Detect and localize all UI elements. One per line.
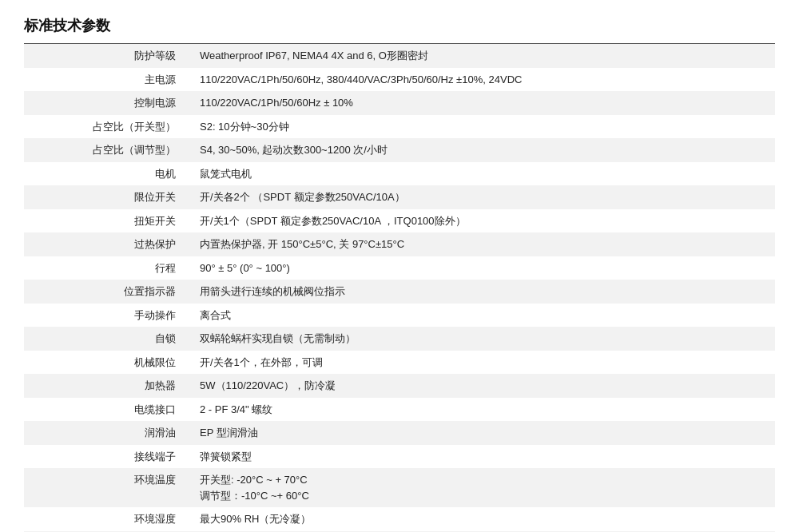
row-value: 开关型: -20°C ~ + 70°C调节型：-10°C ~+ 60°C <box>184 468 775 507</box>
row-value: 110/220VAC/1Ph/50/60Hz, 380/440/VAC/3Ph/… <box>184 68 775 92</box>
table-row: 行程90° ± 5° (0° ~ 100°) <box>24 256 775 280</box>
row-value: 5W（110/220VAC），防冷凝 <box>184 374 775 398</box>
table-row: 机械限位开/关各1个，在外部，可调 <box>24 351 775 375</box>
row-value: 离合式 <box>184 304 775 328</box>
row-value: S2: 10分钟~30分钟 <box>184 115 775 139</box>
row-label: 润滑油 <box>24 421 184 445</box>
row-label: 手动操作 <box>24 304 184 328</box>
table-row: 过热保护内置热保护器, 开 150°C±5°C, 关 97°C±15°C <box>24 232 775 256</box>
row-value: 内置热保护器, 开 150°C±5°C, 关 97°C±15°C <box>184 232 775 256</box>
row-label: 位置指示器 <box>24 280 184 304</box>
row-label: 接线端子 <box>24 445 184 469</box>
row-value: Weatherproof IP67, NEMA4 4X and 6, O形圈密封 <box>184 44 775 68</box>
table-row: 扭矩开关开/关1个（SPDT 额定参数250VAC/10A ，ITQ0100除外… <box>24 209 775 233</box>
row-value: 开/关各2个 （SPDT 额定参数250VAC/10A） <box>184 185 775 209</box>
row-value: 开/关1个（SPDT 额定参数250VAC/10A ，ITQ0100除外） <box>184 209 775 233</box>
table-row: 手动操作离合式 <box>24 304 775 328</box>
table-row: 限位开关开/关各2个 （SPDT 额定参数250VAC/10A） <box>24 185 775 209</box>
row-value: 鼠笼式电机 <box>184 162 775 186</box>
table-row: 润滑油EP 型润滑油 <box>24 421 775 445</box>
row-label: 加热器 <box>24 374 184 398</box>
row-value: 弹簧锁紧型 <box>184 445 775 469</box>
row-label: 扭矩开关 <box>24 209 184 233</box>
row-label: 占空比（调节型） <box>24 138 184 162</box>
row-label: 行程 <box>24 256 184 280</box>
row-label: 电机 <box>24 162 184 186</box>
row-label: 过热保护 <box>24 232 184 256</box>
row-value: 110/220VAC/1Ph/50/60Hz ± 10% <box>184 91 775 115</box>
row-label: 环境湿度 <box>24 507 184 531</box>
table-row: 自锁双蜗轮蜗杆实现自锁（无需制动） <box>24 327 775 351</box>
row-value: 最大90% RH（无冷凝） <box>184 507 775 531</box>
row-label: 环境温度 <box>24 468 184 507</box>
table-row: 占空比（开关型）S2: 10分钟~30分钟 <box>24 115 775 139</box>
row-label: 限位开关 <box>24 185 184 209</box>
table-row: 环境温度开关型: -20°C ~ + 70°C调节型：-10°C ~+ 60°C <box>24 468 775 507</box>
row-label: 控制电源 <box>24 91 184 115</box>
table-row: 接线端子弹簧锁紧型 <box>24 445 775 469</box>
table-row: 加热器5W（110/220VAC），防冷凝 <box>24 374 775 398</box>
row-value: 开/关各1个，在外部，可调 <box>184 351 775 375</box>
row-value: S4, 30~50%, 起动次数300~1200 次/小时 <box>184 138 775 162</box>
table-row: 防护等级Weatherproof IP67, NEMA4 4X and 6, O… <box>24 44 775 68</box>
table-row: 控制电源110/220VAC/1Ph/50/60Hz ± 10% <box>24 91 775 115</box>
table-row: 电机 鼠笼式电机 <box>24 162 775 186</box>
row-label: 占空比（开关型） <box>24 115 184 139</box>
row-label: 主电源 <box>24 68 184 92</box>
row-value: 90° ± 5° (0° ~ 100°) <box>184 256 775 280</box>
spec-table: 防护等级Weatherproof IP67, NEMA4 4X and 6, O… <box>24 44 775 532</box>
row-value: 用箭头进行连续的机械阀位指示 <box>184 280 775 304</box>
row-value: 双蜗轮蜗杆实现自锁（无需制动） <box>184 327 775 351</box>
table-row: 主电源110/220VAC/1Ph/50/60Hz, 380/440/VAC/3… <box>24 68 775 92</box>
table-row: 占空比（调节型）S4, 30~50%, 起动次数300~1200 次/小时 <box>24 138 775 162</box>
row-label: 防护等级 <box>24 44 184 68</box>
table-row: 环境湿度最大90% RH（无冷凝） <box>24 507 775 531</box>
row-value: EP 型润滑油 <box>184 421 775 445</box>
row-value: 2 - PF 3/4" 螺纹 <box>184 398 775 422</box>
row-label: 机械限位 <box>24 351 184 375</box>
table-row: 电缆接口2 - PF 3/4" 螺纹 <box>24 398 775 422</box>
page-title: 标准技术参数 <box>24 16 775 35</box>
row-label: 电缆接口 <box>24 398 184 422</box>
row-label: 自锁 <box>24 327 184 351</box>
table-row: 位置指示器用箭头进行连续的机械阀位指示 <box>24 280 775 304</box>
